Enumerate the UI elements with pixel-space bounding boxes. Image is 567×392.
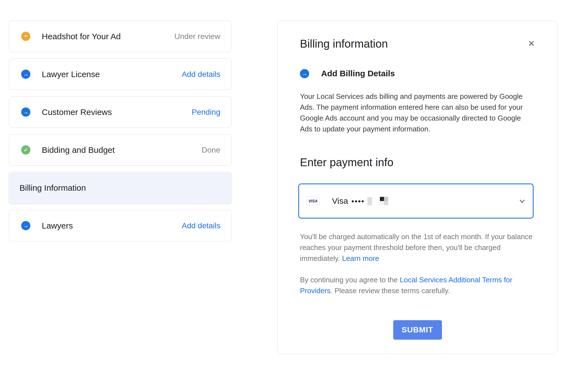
sidebar-item-lawyer-license[interactable]: → Lawyer License Add details bbox=[9, 58, 232, 90]
arrow-icon: → bbox=[300, 69, 309, 78]
arrow-glyph: → bbox=[23, 71, 29, 77]
learn-more-link[interactable]: Learn more bbox=[342, 254, 379, 263]
terms-prefix: By continuing you agree to the bbox=[300, 276, 400, 284]
item-label: Lawyers bbox=[42, 221, 73, 231]
modal-header: Billing information ✕ bbox=[300, 37, 535, 50]
submit-button[interactable]: SUBMIT bbox=[393, 320, 442, 340]
check-glyph: ✓ bbox=[24, 147, 28, 153]
sidebar-item-billing-information[interactable]: Billing Information bbox=[9, 172, 232, 204]
add-billing-details-row: → Add Billing Details bbox=[300, 69, 535, 78]
sidebar-item-bidding-budget[interactable]: ✓ Bidding and Budget Done bbox=[9, 134, 232, 166]
terms-text: By continuing you agree to the Local Ser… bbox=[300, 275, 535, 296]
sidebar-item-lawyers[interactable]: → Lawyers Add details bbox=[9, 210, 232, 241]
modal-title: Billing information bbox=[300, 37, 388, 50]
chevron-down-icon[interactable] bbox=[518, 197, 527, 205]
item-label: Lawyer License bbox=[42, 70, 100, 79]
billing-modal: Billing information ✕ → Add Billing Deta… bbox=[277, 21, 558, 354]
arrow-icon: → bbox=[21, 107, 30, 117]
arrow-glyph: → bbox=[23, 222, 29, 228]
redacted-block bbox=[367, 197, 372, 205]
card-brand-label: Visa bbox=[332, 196, 348, 206]
item-label: Headshot for Your Ad bbox=[42, 32, 121, 41]
add-details-link[interactable]: Add details bbox=[182, 70, 220, 79]
payment-info-heading: Enter payment info bbox=[300, 156, 535, 169]
charge-note-text: You'll be charged automatically on the 1… bbox=[300, 232, 532, 263]
close-icon[interactable]: ✕ bbox=[528, 40, 535, 48]
terms-suffix: . Please review these terms carefully. bbox=[331, 286, 450, 295]
pending-link[interactable]: Pending bbox=[192, 108, 220, 117]
arrow-icon: → bbox=[21, 70, 30, 79]
add-details-link[interactable]: Add details bbox=[182, 221, 220, 230]
item-label: Customer Reviews bbox=[42, 107, 112, 117]
setup-checklist: ••• Headshot for Your Ad Under review → … bbox=[9, 21, 232, 248]
sidebar-item-customer-reviews[interactable]: → Customer Reviews Pending bbox=[9, 96, 232, 128]
arrow-glyph: → bbox=[23, 109, 29, 115]
pending-icon: ••• bbox=[21, 32, 30, 41]
arrow-icon: → bbox=[21, 221, 30, 230]
item-label: Billing Information bbox=[19, 183, 86, 193]
masked-digits: •••• bbox=[351, 197, 365, 206]
billing-intro-text: Your Local Services ads billing and paym… bbox=[300, 91, 535, 134]
status-badge: Under review bbox=[174, 32, 220, 41]
payment-method-select[interactable]: VISA Visa •••• bbox=[298, 183, 534, 219]
section-heading: Add Billing Details bbox=[321, 69, 395, 78]
ellipsis-glyph: ••• bbox=[24, 34, 27, 38]
charge-note: You'll be charged automatically on the 1… bbox=[300, 231, 535, 264]
redacted-block bbox=[380, 197, 388, 205]
sidebar-item-headshot[interactable]: ••• Headshot for Your Ad Under review bbox=[9, 21, 232, 52]
check-icon: ✓ bbox=[21, 145, 30, 155]
status-badge: Done bbox=[202, 146, 220, 155]
item-label: Bidding and Budget bbox=[42, 145, 115, 155]
arrow-glyph: → bbox=[302, 70, 307, 76]
visa-logo: VISA bbox=[306, 197, 320, 205]
submit-row: SUBMIT bbox=[300, 320, 535, 340]
